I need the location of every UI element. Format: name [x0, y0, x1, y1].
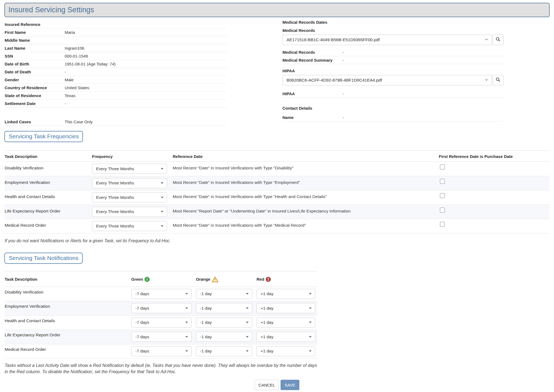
caret-down-icon [246, 293, 249, 295]
task-description: Life Expectancy Report Order [5, 205, 92, 219]
reference-date-text: Most Recent "Date" in Insured Verificati… [173, 162, 439, 176]
field-label: State of Residence [5, 92, 65, 99]
task-description: Disability Verification [5, 162, 92, 176]
save-button[interactable]: SAVE [281, 380, 299, 390]
green-value: -7 days [135, 306, 185, 311]
field-value: 000-01-1549 [65, 52, 88, 60]
first-reference-checkbox[interactable] [440, 222, 445, 227]
red-value: +1 day [261, 349, 309, 354]
task-description: Employment Verification [5, 176, 92, 190]
task-notifications-table: Task Description Green Orange Red Disabi… [5, 271, 317, 359]
table-header-row: Task Description Frequency Reference Dat… [5, 150, 550, 162]
caret-down-icon [185, 293, 188, 295]
task-description: Medical Record Order [5, 344, 131, 358]
field-row-settlement-date: Settlement Date - [5, 100, 227, 107]
page-title: Insured Servicing Settings [4, 3, 550, 17]
caret-down-icon [185, 336, 188, 338]
caret-down-icon [309, 336, 312, 338]
orange-threshold-dropdown[interactable]: -1 day [196, 332, 252, 342]
medical-records-file-select[interactable]: AE171518-BB1C-4049-B56B-E51D9365FF00.pdf [282, 35, 492, 45]
frequency-value: Every Three Months [96, 209, 161, 214]
field-value: - [342, 48, 344, 56]
column-header-first-reference: First Reference Date is Purchase Date [439, 151, 550, 161]
caret-down-icon [309, 322, 312, 323]
hipaa-picker: B0620BC6-ACFF-4D92-879B-4BF1D0C41EA4.pdf [282, 75, 504, 85]
search-icon [496, 77, 501, 83]
green-threshold-dropdown[interactable]: -7 days [131, 303, 192, 313]
green-threshold-dropdown[interactable]: -7 days [131, 346, 192, 356]
red-threshold-dropdown[interactable]: +1 day [257, 303, 315, 313]
field-row-first-name: First Name Maria [5, 28, 227, 36]
column-header-red: Red [257, 277, 264, 282]
hipaa-search-button[interactable] [493, 75, 504, 85]
caret-down-icon [161, 182, 163, 184]
medical-records-search-button[interactable] [493, 35, 504, 45]
first-reference-checkbox[interactable] [440, 193, 445, 198]
first-reference-checkbox[interactable] [440, 179, 445, 184]
frequency-dropdown[interactable]: Every Three Months [92, 178, 167, 188]
frequency-dropdown[interactable]: Every Three Months [92, 207, 167, 217]
reference-date-text: Most Recent "Date" in Insured Verificati… [173, 176, 439, 190]
caret-down-icon [161, 197, 163, 198]
field-label: Medical Records [282, 48, 342, 56]
red-threshold-dropdown[interactable]: +1 day [257, 318, 315, 328]
first-reference-checkbox[interactable] [440, 164, 445, 169]
orange-value: -1 day [200, 334, 246, 339]
orange-threshold-dropdown[interactable]: -1 day [196, 303, 252, 313]
column-header-task-description: Task Description [5, 277, 37, 282]
column-header-reference-date: Reference Date [173, 151, 439, 161]
orange-threshold-dropdown[interactable]: -1 day [196, 289, 252, 299]
caret-down-icon [185, 350, 188, 352]
field-value: - [65, 100, 66, 107]
task-description: Life Expectancy Report Order [5, 330, 131, 344]
field-value: - [342, 56, 344, 64]
field-value: Texas [65, 92, 75, 99]
medical-records-panel: Medical Records Dates Medical Records AE… [282, 19, 504, 121]
orange-value: -1 day [200, 306, 246, 311]
green-threshold-dropdown[interactable]: -7 days [131, 332, 192, 342]
reference-date-text: Most Recent "Date" in Insured Verificati… [173, 190, 439, 205]
frequency-value: Every Three Months [96, 181, 161, 185]
frequency-dropdown[interactable]: Every Three Months [92, 221, 167, 231]
frequency-value: Every Three Months [96, 195, 161, 200]
orange-threshold-dropdown[interactable]: -1 day [196, 346, 252, 356]
green-threshold-dropdown[interactable]: -7 days [131, 318, 192, 328]
field-label: Country of Residence [5, 84, 65, 91]
insured-summary-area: Insured Reference First Name Maria Middl… [0, 17, 554, 131]
caret-down-icon [185, 307, 188, 309]
caret-down-icon [161, 168, 163, 170]
orange-threshold-dropdown[interactable]: -1 day [196, 318, 252, 328]
caret-down-icon [161, 211, 163, 213]
frequency-value: Every Three Months [96, 166, 161, 171]
task-description: Health and Contact Details [5, 316, 131, 330]
servicing-task-frequencies-heading: Servicing Task Frequencies [4, 131, 83, 142]
medical-records-dates-heading: Medical Records Dates [282, 19, 504, 25]
red-threshold-dropdown[interactable]: +1 day [257, 289, 315, 299]
task-frequencies-table: Task Description Frequency Reference Dat… [5, 150, 550, 234]
first-reference-checkbox[interactable] [440, 208, 445, 213]
red-threshold-dropdown[interactable]: +1 day [257, 346, 315, 356]
chevron-down-icon [484, 37, 489, 43]
frequency-dropdown[interactable]: Every Three Months [92, 192, 167, 202]
field-value: Maria [65, 28, 75, 36]
hipaa-picker-label: HIPAA [282, 68, 504, 74]
field-label: Settlement Date [5, 100, 65, 107]
selected-file-name: AE171518-BB1C-4049-B56B-E51D9365FF00.pdf [287, 37, 484, 42]
field-row-hipaa: HIPAA - [282, 90, 504, 98]
cancel-button[interactable]: CANCEL [255, 380, 279, 390]
task-description: Employment Verification [5, 301, 131, 315]
field-value: Male [65, 76, 74, 83]
info-icon [144, 277, 150, 283]
field-row-last-name: Last Name Ingram106 [5, 44, 227, 52]
table-header-row: Task Description Green Orange Red [5, 271, 317, 287]
search-icon [496, 37, 501, 43]
field-value: United States [65, 84, 89, 91]
field-label: Middle Name [5, 36, 65, 44]
hipaa-file-select[interactable]: B0620BC6-ACFF-4D92-879B-4BF1D0C41EA4.pdf [282, 75, 492, 85]
green-threshold-dropdown[interactable]: -7 days [131, 289, 192, 299]
frequency-dropdown[interactable]: Every Three Months [92, 164, 167, 174]
red-threshold-dropdown[interactable]: +1 day [257, 332, 315, 342]
servicing-task-notifications-heading: Servicing Task Notifications [4, 253, 83, 264]
field-row-country: Country of Residence United States [5, 84, 227, 92]
field-label: Medical Record Summary [282, 56, 342, 64]
